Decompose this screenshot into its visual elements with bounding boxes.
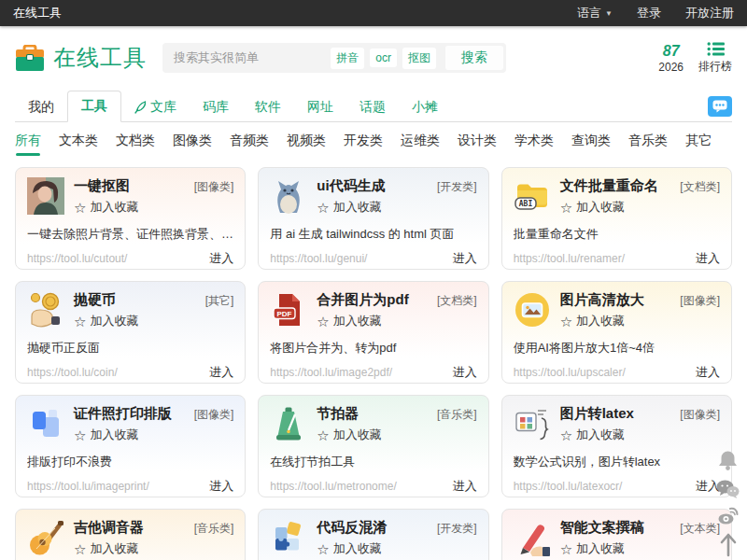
tab-工具[interactable]: 工具 xyxy=(67,91,121,122)
favorite-button[interactable]: ☆ 加入收藏 xyxy=(74,540,138,557)
tool-card[interactable]: 图片高清放大 [图像类] ☆ 加入收藏 使用AI将图片放大1倍~4倍 https… xyxy=(501,281,732,384)
tool-card[interactable]: 抛硬币 [其它] ☆ 加入收藏 抛硬币正反面 https://tool.lu/c… xyxy=(15,281,246,384)
tool-card[interactable]: 证件照打印排版 [图像类] ☆ 加入收藏 排版打印不浪费 https://too… xyxy=(15,395,246,497)
category-item[interactable]: 开发类 xyxy=(344,133,383,156)
search-quick-link[interactable]: 抠图 xyxy=(402,48,436,69)
search-quick-link[interactable]: ocr xyxy=(370,49,397,67)
tab-软件[interactable]: 软件 xyxy=(242,92,294,122)
tool-title[interactable]: 合并图片为pdf xyxy=(317,291,408,309)
wechat-icon[interactable] xyxy=(716,480,740,498)
topbar-link[interactable]: 开放注册 xyxy=(685,5,734,21)
tab-小摊[interactable]: 小摊 xyxy=(399,92,451,122)
category-item[interactable]: 视频类 xyxy=(287,133,326,156)
tool-title[interactable]: 代码反混淆 xyxy=(317,519,387,537)
favorite-button[interactable]: ☆ 加入收藏 xyxy=(74,313,138,329)
favorite-button[interactable]: ☆ 加入收藏 xyxy=(317,427,381,443)
favorite-button[interactable]: ☆ 加入收藏 xyxy=(560,313,625,329)
search-box[interactable]: 搜索其实很简单 拼音ocr抠图 搜索 xyxy=(162,43,506,73)
tool-url: https://tool.lu/image2pdf/ xyxy=(270,366,392,379)
nav-tab-label: 工具 xyxy=(81,98,107,115)
tab-我的[interactable]: 我的 xyxy=(15,92,67,122)
enter-link[interactable]: 进入 xyxy=(696,364,720,381)
enter-link[interactable]: 进入 xyxy=(696,250,720,267)
tool-card[interactable]: 一键抠图 [图像类] ☆ 加入收藏 一键去除照片背景、证件照换背景、商品白底图 … xyxy=(15,167,246,270)
latex-formula-icon xyxy=(514,405,551,442)
tool-title[interactable]: 智能文案撰稿 xyxy=(560,519,644,537)
enter-link[interactable]: 进入 xyxy=(453,250,477,267)
category-item[interactable]: 所有 xyxy=(15,133,41,156)
tool-card[interactable]: 智能文案撰稿 [文本类] ☆ 加入收藏 xyxy=(501,509,732,560)
favorite-label: 加入收藏 xyxy=(576,199,625,216)
enter-link[interactable]: 进入 xyxy=(209,250,233,267)
weibo-icon[interactable] xyxy=(718,507,739,525)
category-item[interactable]: 文档类 xyxy=(116,133,155,156)
tool-card[interactable]: PDF 合并图片为pdf [文档类] ☆ 加入收藏 将图片合并为、转为pdf h… xyxy=(258,281,488,384)
tool-title[interactable]: 证件照打印排版 xyxy=(74,405,172,423)
tab-码库[interactable]: 码库 xyxy=(190,92,242,122)
tool-card[interactable]: 吉他调音器 [音乐类] ☆ 加入收藏 xyxy=(15,509,246,560)
card-header: 吉他调音器 [音乐类] ☆ 加入收藏 xyxy=(27,519,233,557)
category-item[interactable]: 设计类 xyxy=(458,133,497,156)
id-photo-layout-icon xyxy=(27,405,64,442)
tool-title[interactable]: ui代码生成 xyxy=(317,177,385,195)
favorite-label: 加入收藏 xyxy=(333,427,382,443)
tool-icon-slot xyxy=(270,405,307,442)
tool-title[interactable]: 吉他调音器 xyxy=(74,519,144,537)
favorite-button[interactable]: ☆ 加入收藏 xyxy=(560,540,625,557)
tool-card[interactable]: 代码反混淆 [开发类] ☆ 加入收藏 xyxy=(258,509,488,560)
tab-文库[interactable]: 文库 xyxy=(121,92,190,122)
card-footer: https://tool.lu/image2pdf/ 进入 xyxy=(270,364,476,381)
category-item[interactable]: 运维类 xyxy=(401,133,440,156)
tool-card[interactable]: 节拍器 [音乐类] ☆ 加入收藏 在线打节拍工具 https://tool.lu… xyxy=(258,395,488,497)
tool-card[interactable]: ui代码生成 [开发类] ☆ 加入收藏 用 ai 生成 tailwindcss … xyxy=(258,167,488,270)
favorite-button[interactable]: ☆ 加入收藏 xyxy=(560,199,625,216)
chat-button[interactable] xyxy=(708,96,732,117)
tool-title[interactable]: 图片转latex xyxy=(560,405,634,423)
category-item[interactable]: 其它 xyxy=(685,133,712,156)
enter-link[interactable]: 进入 xyxy=(209,478,233,495)
favorite-button[interactable]: ☆ 加入收藏 xyxy=(74,427,138,443)
topbar-link[interactable]: 语言▼ xyxy=(577,5,613,21)
category-item[interactable]: 文本类 xyxy=(59,133,98,156)
favorite-button[interactable]: ☆ 加入收藏 xyxy=(74,199,138,216)
enter-link[interactable]: 进入 xyxy=(453,364,477,381)
tool-category-tag: [图像类] xyxy=(189,407,234,423)
category-item[interactable]: 音乐类 xyxy=(628,133,668,156)
search-input[interactable]: 搜索其实很简单 xyxy=(174,49,331,66)
category-item[interactable]: 图像类 xyxy=(173,133,212,156)
favorite-button[interactable]: ☆ 加入收藏 xyxy=(560,427,625,443)
topbar-link-label: 登录 xyxy=(637,5,661,21)
ranking-link[interactable]: 排行榜 xyxy=(698,41,732,75)
tab-网址[interactable]: 网址 xyxy=(294,92,346,122)
favorite-button[interactable]: ☆ 加入收藏 xyxy=(317,540,381,557)
search-button[interactable]: 搜索 xyxy=(445,46,503,70)
tool-title[interactable]: 图片高清放大 xyxy=(560,291,644,309)
tool-title[interactable]: 节拍器 xyxy=(317,405,359,423)
chat-bubble-icon xyxy=(712,100,727,113)
category-filter: 所有文本类文档类图像类音频类视频类开发类运维类设计类学术类查询类音乐类其它 xyxy=(15,133,732,156)
favorite-button[interactable]: ☆ 加入收藏 xyxy=(317,313,381,329)
bell-icon[interactable] xyxy=(718,450,738,471)
tool-title[interactable]: 一键抠图 xyxy=(74,177,130,195)
arrow-up-icon[interactable] xyxy=(719,533,738,557)
category-item[interactable]: 音频类 xyxy=(230,133,269,156)
category-item[interactable]: 查询类 xyxy=(571,133,611,156)
search-quick-link[interactable]: 拼音 xyxy=(331,48,364,69)
tool-category-tag: [图像类] xyxy=(674,293,720,309)
tool-title[interactable]: 抛硬币 xyxy=(74,291,116,309)
tool-description: 排版打印不浪费 xyxy=(27,454,233,470)
tool-category-tag: [其它] xyxy=(200,293,234,309)
tool-card[interactable]: 图片转latex [图像类] ☆ 加入收藏 数学公式识别，图片转latex ht… xyxy=(501,395,732,497)
enter-link[interactable]: 进入 xyxy=(209,364,233,381)
category-item[interactable]: 学术类 xyxy=(514,133,554,156)
tool-card[interactable]: ABI 文件批量重命名 [文档类] ☆ 加入收藏 批量重命名文件 https:/… xyxy=(501,167,732,270)
tool-title[interactable]: 文件批量重命名 xyxy=(560,177,658,195)
site-logo[interactable]: 在线工具 xyxy=(15,43,162,73)
tab-话题[interactable]: 话题 xyxy=(346,92,399,122)
star-icon: ☆ xyxy=(74,202,86,214)
card-header: 抛硬币 [其它] ☆ 加入收藏 xyxy=(27,291,233,329)
card-footer: https://tool.lu/cutout/ 进入 xyxy=(27,250,233,267)
favorite-button[interactable]: ☆ 加入收藏 xyxy=(317,199,381,216)
enter-link[interactable]: 进入 xyxy=(453,478,477,495)
topbar-link[interactable]: 登录 xyxy=(637,5,661,21)
